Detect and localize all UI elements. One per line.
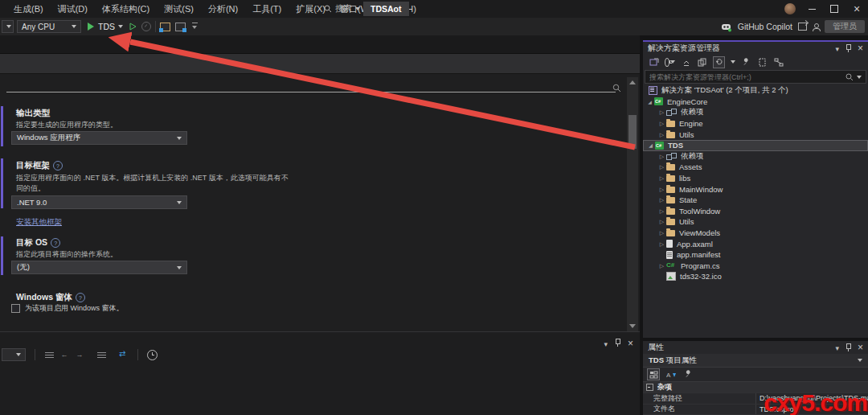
maximize-button[interactable] xyxy=(823,0,845,18)
object-selector[interactable]: TDS 项目属性 xyxy=(643,354,868,368)
minimize-button[interactable] xyxy=(800,0,823,18)
categorized-button[interactable] xyxy=(647,368,660,380)
property-pages-button[interactable] xyxy=(682,369,694,380)
solution-search-input[interactable] xyxy=(649,73,842,81)
target-framework-select[interactable]: .NET 9.0 xyxy=(11,195,187,209)
history-button[interactable] xyxy=(147,350,158,360)
properties-header[interactable]: 属性 xyxy=(643,341,868,354)
editor-scrollbar[interactable] xyxy=(627,77,638,331)
tree-row-project[interactable]: EngineCore xyxy=(643,97,868,108)
quick-search[interactable]: 搜索 xyxy=(324,0,360,18)
scroll-up-icon[interactable] xyxy=(629,80,636,84)
close-icon[interactable] xyxy=(858,43,863,53)
start-without-debug-button[interactable] xyxy=(128,22,138,32)
tree-row-folder[interactable]: ToolWindow xyxy=(643,206,868,217)
window-title[interactable]: TDSAot xyxy=(363,2,409,16)
expander-collapsed-icon[interactable] xyxy=(657,208,666,214)
expander-collapsed-icon[interactable] xyxy=(657,164,666,170)
menu-architecture[interactable]: 体系结构(C) xyxy=(95,0,157,18)
tree-row-file[interactable]: App.axaml xyxy=(643,238,868,249)
pin-icon[interactable] xyxy=(845,44,851,52)
close-button[interactable] xyxy=(845,0,868,18)
expander-collapsed-icon[interactable] xyxy=(657,219,666,224)
expander-collapsed-icon[interactable] xyxy=(657,263,666,269)
copilot-button[interactable]: GitHub Copilot xyxy=(738,22,792,31)
properties-button[interactable] xyxy=(741,57,751,68)
menu-debug[interactable]: 调试(D) xyxy=(51,0,95,18)
toolbar-overflow-button[interactable] xyxy=(190,22,200,32)
window-position-icon[interactable] xyxy=(604,335,608,350)
start-debug-button[interactable]: TDS xyxy=(88,22,123,31)
tree-row-folder[interactable]: Engine xyxy=(643,118,868,129)
help-icon[interactable] xyxy=(51,238,60,248)
tree-row-dependencies[interactable]: 依赖项 xyxy=(643,107,868,118)
close-icon[interactable] xyxy=(628,335,633,350)
expander-collapsed-icon[interactable] xyxy=(657,121,666,126)
chevron-down-icon[interactable] xyxy=(731,60,735,64)
tree-row-folder[interactable]: Utils xyxy=(643,216,868,228)
class-view-button[interactable] xyxy=(773,57,784,68)
tree-row-folder[interactable]: MainWindow xyxy=(643,183,868,195)
properties-pages-button[interactable] xyxy=(697,57,707,68)
share-icon[interactable] xyxy=(798,23,807,31)
expander-expanded-icon[interactable] xyxy=(645,99,654,105)
show-all-files-button[interactable] xyxy=(757,57,768,68)
menu-build[interactable]: 生成(B) xyxy=(6,0,51,18)
tree-row-folder[interactable]: Utils xyxy=(643,129,868,140)
tree-row-dependencies[interactable]: 依赖项 xyxy=(643,151,868,162)
settings-search-button[interactable] xyxy=(612,81,621,96)
target-os-select[interactable]: (无) xyxy=(11,261,187,274)
tree-row-folder[interactable]: ViewModels xyxy=(643,228,868,239)
add-user-icon[interactable] xyxy=(813,23,819,30)
sync-with-active-document-button[interactable] xyxy=(713,56,725,68)
output-type-select[interactable]: Windows 应用程序 xyxy=(11,131,187,145)
pin-icon[interactable] xyxy=(615,339,620,347)
sync-button[interactable] xyxy=(118,350,129,360)
expander-collapsed-icon[interactable] xyxy=(657,109,666,115)
tree-row-folder[interactable]: libs xyxy=(643,173,868,184)
tree-row-file[interactable]: Program.cs xyxy=(643,261,868,272)
tree-row-file[interactable]: tds32-32.ico xyxy=(643,271,868,282)
navigate-back-button[interactable] xyxy=(59,350,70,360)
solution-explorer-header[interactable]: 解决方案资源管理器 xyxy=(643,42,868,55)
profiler-button[interactable] xyxy=(141,22,151,32)
alphabetical-sort-button[interactable]: A xyxy=(665,369,677,380)
admin-badge[interactable]: 管理员 xyxy=(825,20,865,33)
user-avatar[interactable] xyxy=(784,3,796,14)
menu-tools[interactable]: 工具(T) xyxy=(245,0,289,18)
expander-expanded-icon[interactable] xyxy=(646,142,655,148)
configuration-select[interactable] xyxy=(2,20,14,33)
tree-row-project-selected[interactable]: TDS xyxy=(643,140,868,151)
collapse-category-icon[interactable] xyxy=(646,384,653,391)
platform-select[interactable]: Any CPU xyxy=(17,20,81,33)
window-position-icon[interactable] xyxy=(835,343,839,352)
tree-row-folder[interactable]: Assets xyxy=(643,162,868,173)
expander-collapsed-icon[interactable] xyxy=(657,175,666,181)
expander-collapsed-icon[interactable] xyxy=(657,197,666,203)
expander-collapsed-icon[interactable] xyxy=(657,187,666,192)
window-layout-button[interactable] xyxy=(175,22,186,32)
collapse-all-button[interactable] xyxy=(681,57,691,68)
help-icon[interactable] xyxy=(76,293,85,302)
window-position-icon[interactable] xyxy=(835,44,839,53)
tree-row-folder[interactable]: State xyxy=(643,195,868,206)
close-icon[interactable] xyxy=(858,343,863,352)
word-wrap-button[interactable] xyxy=(96,350,107,360)
tree-row-file[interactable]: app.manifest xyxy=(643,249,868,261)
scrollbar-thumb[interactable] xyxy=(628,115,637,149)
switch-views-button[interactable] xyxy=(649,57,659,68)
menu-test[interactable]: 测试(S) xyxy=(157,0,201,18)
pin-icon[interactable] xyxy=(845,343,851,351)
enable-winforms-checkbox[interactable] xyxy=(11,304,20,313)
output-source-select[interactable] xyxy=(2,348,26,361)
solution-search-box[interactable] xyxy=(645,70,866,84)
open-folder-button[interactable] xyxy=(160,22,170,32)
navigate-forward-button[interactable] xyxy=(75,350,85,360)
expander-collapsed-icon[interactable] xyxy=(657,132,666,138)
pending-changes-filter-button[interactable] xyxy=(665,57,675,68)
help-icon[interactable] xyxy=(53,161,63,171)
expander-collapsed-icon[interactable] xyxy=(657,154,666,159)
tree-row-solution[interactable]: 解决方案 'TDSAot' (2 个项目, 共 2 个) xyxy=(643,85,868,97)
expander-collapsed-icon[interactable] xyxy=(657,241,666,247)
document-button[interactable] xyxy=(44,350,55,360)
